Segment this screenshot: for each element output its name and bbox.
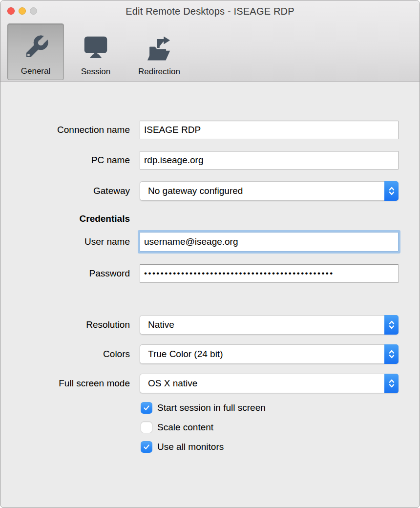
zoom-button-disabled: [30, 7, 37, 15]
tab-session-label: Session: [81, 67, 110, 77]
scale-content-row: Scale content: [141, 422, 420, 433]
scale-content-label: Scale content: [157, 422, 213, 433]
gateway-label: Gateway: [0, 186, 130, 196]
resolution-popup[interactable]: Native: [140, 315, 399, 335]
password-row: Password: [0, 264, 420, 283]
general-pane: Connection name PC name Gateway No gatew…: [0, 121, 420, 453]
window-header: Edit Remote Desktops - ISEAGE RDP: [0, 0, 420, 82]
tab-session[interactable]: Session: [69, 23, 123, 80]
credentials-heading: Credentials: [0, 213, 130, 224]
monitor-icon: [81, 34, 111, 64]
minimize-button[interactable]: [19, 7, 26, 15]
full-screen-mode-row: Full screen mode OS X native: [0, 374, 420, 393]
colors-popup[interactable]: True Color (24 bit): [140, 344, 399, 364]
full-screen-mode-popup[interactable]: OS X native: [140, 374, 399, 393]
start-full-screen-checkbox[interactable]: [141, 402, 152, 414]
use-all-monitors-label: Use all monitors: [157, 442, 224, 452]
resolution-label: Resolution: [0, 319, 130, 330]
toolbar: General Session Redirection: [7, 22, 420, 80]
traffic-lights: [7, 7, 37, 15]
tab-redirection-label: Redirection: [138, 67, 180, 77]
full-screen-mode-popup-value: OS X native: [140, 378, 197, 389]
colors-row: Colors True Color (24 bit): [0, 344, 420, 364]
edit-remote-desktops-window: Edit Remote Desktops - ISEAGE RDP: [0, 0, 420, 508]
resolution-row: Resolution Native: [0, 315, 420, 335]
close-button[interactable]: [7, 7, 15, 15]
colors-label: Colors: [0, 349, 130, 360]
gateway-popup-value: No gateway configured: [140, 186, 243, 196]
titlebar[interactable]: Edit Remote Desktops - ISEAGE RDP: [0, 0, 420, 22]
credentials-heading-row: Credentials: [0, 213, 420, 224]
scale-content-checkbox[interactable]: [141, 422, 152, 433]
user-name-row: User name: [0, 232, 420, 252]
chevron-updown-icon: [384, 181, 399, 201]
gateway-row: Gateway No gateway configured: [0, 181, 420, 201]
connection-name-label: Connection name: [0, 125, 130, 135]
chevron-updown-icon: [384, 374, 399, 393]
password-label: Password: [0, 268, 130, 279]
use-all-monitors-row: Use all monitors: [141, 441, 420, 453]
pc-name-row: PC name: [0, 151, 420, 169]
chevron-updown-icon: [384, 315, 399, 335]
pc-name-input[interactable]: [140, 151, 399, 169]
connection-name-input[interactable]: [140, 121, 399, 139]
user-name-input[interactable]: [140, 232, 399, 252]
wrench-icon: [21, 33, 51, 64]
use-all-monitors-checkbox[interactable]: [141, 441, 152, 453]
password-input[interactable]: [140, 264, 399, 283]
window-title: Edit Remote Desktops - ISEAGE RDP: [126, 6, 294, 17]
tab-general-label: General: [21, 66, 50, 76]
start-full-screen-row: Start session in full screen: [141, 402, 420, 414]
colors-popup-value: True Color (24 bit): [140, 349, 223, 360]
gateway-popup[interactable]: No gateway configured: [140, 181, 399, 201]
resolution-popup-value: Native: [140, 319, 174, 330]
check-icon: [143, 404, 150, 412]
full-screen-mode-label: Full screen mode: [0, 378, 130, 389]
folder-redirect-icon: [144, 34, 174, 64]
tab-redirection[interactable]: Redirection: [127, 23, 191, 80]
chevron-updown-icon: [384, 344, 399, 364]
user-name-label: User name: [0, 236, 130, 247]
tab-general[interactable]: General: [7, 23, 64, 80]
start-full-screen-label: Start session in full screen: [157, 402, 266, 413]
check-icon: [143, 443, 150, 451]
pc-name-label: PC name: [0, 155, 130, 166]
connection-name-row: Connection name: [0, 121, 420, 139]
